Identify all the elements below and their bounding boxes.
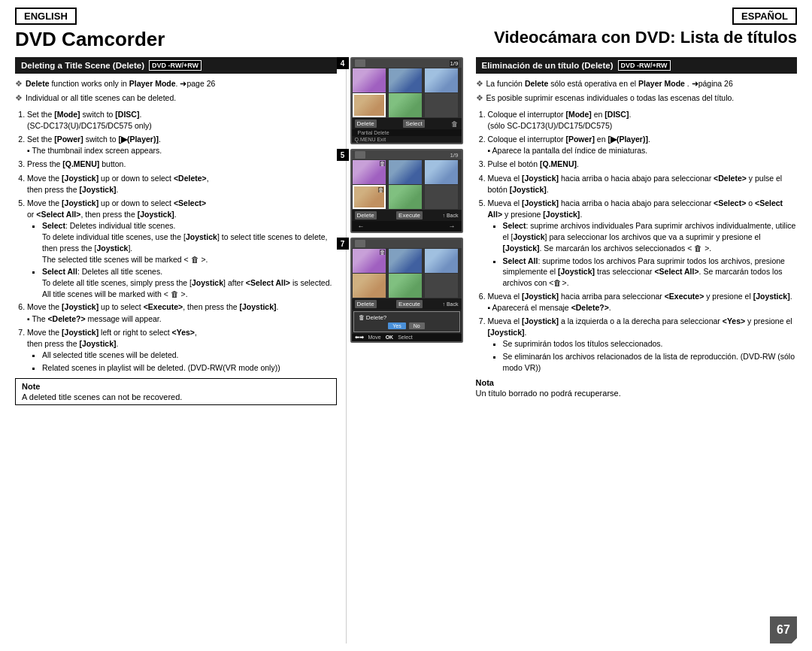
- thumb7-4: [353, 274, 386, 298]
- screen7-ok-icon: OK: [386, 335, 394, 341]
- thumb4-6: [425, 93, 458, 117]
- screen4-bar1: Delete Select 🗑: [352, 118, 462, 129]
- screen4-qmenu-label: Q.MENU Exit: [355, 137, 386, 142]
- screen7-container: 7 🗑 D: [350, 238, 463, 343]
- screen7-dialog-title: 🗑 Delete?: [359, 314, 455, 321]
- en-steps: Set the [Mode] switch to [DISC].(SC-DC17…: [15, 109, 337, 374]
- screen4-trash-icon: 🗑: [451, 120, 458, 128]
- thumb7-6: [425, 274, 458, 298]
- screen4-partial-del: Partial Delete: [355, 130, 389, 135]
- screen7-move-icon: ⬅➡: [355, 335, 364, 341]
- screen7-top: [352, 239, 462, 248]
- title-row: DVD Camcorder Videocámara con DVD: Lista…: [15, 28, 797, 51]
- section-header-en: Deleting a Title Scene (Delete) DVD -RW/…: [15, 57, 337, 74]
- step7-number: 7: [337, 238, 349, 250]
- screen7-bar1: Delete Execute ↑ Back: [352, 298, 462, 310]
- screen5-execute-btn: Execute: [396, 211, 423, 220]
- center-images: 4 1/9 Delete: [347, 57, 467, 643]
- thumb5-5: [389, 185, 422, 209]
- header: ENGLISH ESPAÑOL: [15, 8, 797, 25]
- screen5-bar1: Delete Execute ↑ Back: [352, 210, 462, 221]
- col-right: Eliminación de un título (Delete) DVD -R…: [467, 57, 798, 643]
- es-steps: Coloque el interruptor [Mode] en [DISC].…: [476, 109, 798, 374]
- lang-badge-en: ENGLISH: [15, 8, 77, 25]
- dvd-badge-text-en: DVD -RW/+RW: [152, 62, 198, 69]
- thumb5-4: 🗑: [353, 185, 386, 209]
- thumb4-5: [389, 93, 422, 117]
- thumb4-2: [389, 68, 422, 92]
- screen7-nav: ⬅➡ Move OK Select: [352, 334, 462, 341]
- section-header-es: Eliminación de un título (Delete) DVD -R…: [476, 57, 798, 74]
- nota-title-es: Nota: [476, 378, 798, 387]
- col-left: Deleting a Title Scene (Delete) DVD -RW/…: [15, 57, 347, 643]
- screen5-left-arrow: ←: [358, 223, 365, 230]
- thumb5-1: 🗑: [353, 160, 386, 184]
- en-bullet1-bold: Delete: [26, 79, 50, 88]
- thumb4-4: [353, 93, 386, 117]
- screen5-back-btn: ↑ Back: [442, 213, 458, 218]
- thumb7-3: [425, 249, 458, 273]
- step4-number: 4: [337, 57, 349, 69]
- screen4-page: 1/9: [450, 60, 458, 67]
- screen7-delete-btn: Delete: [355, 300, 377, 308]
- screen7-ok-label: Select: [398, 335, 412, 341]
- thumb7-2: [389, 249, 422, 273]
- es-bullets: ❖La función Delete sólo está operativa e…: [476, 78, 798, 104]
- dvd-badge-text-es: DVD -RW/+RW: [621, 62, 668, 69]
- nota-text-es: Un título borrado no podrá recuperarse.: [476, 389, 798, 398]
- note-text-en: A deleted title scenes can not be recove…: [22, 392, 330, 401]
- screen4-box: 1/9 Delete Select 🗑: [350, 57, 463, 144]
- screen5-page: 1/9: [450, 152, 458, 159]
- screen7-grid: 🗑: [352, 248, 462, 298]
- thumb5-1-mark: 🗑: [380, 161, 385, 166]
- screen4-delete-btn: Delete: [355, 120, 377, 128]
- screen5-top: 1/9: [352, 150, 462, 159]
- screen4-grid: [352, 68, 462, 118]
- screen5-container: 5 1/9 🗑 🗑: [350, 149, 463, 233]
- screen7-back-btn: ↑ Back: [442, 301, 458, 307]
- main-title-es: Videocámara con DVD: Lista de títulos: [406, 28, 797, 51]
- screen4-container: 4 1/9 Delete: [350, 57, 463, 144]
- thumb7-1: 🗑: [353, 249, 386, 273]
- screen5-grid: 🗑 🗑: [352, 159, 462, 210]
- section-title-es: Eliminación de un título (Delete): [482, 61, 614, 70]
- thumb5-6: [425, 185, 458, 209]
- thumb7-1-mark: 🗑: [380, 250, 385, 255]
- lang-badge-es: ESPAÑOL: [732, 8, 797, 25]
- screen7-camicon: [355, 240, 365, 247]
- note-box-en: Note A deleted title scenes can not be r…: [15, 378, 337, 405]
- page-container: ENGLISH ESPAÑOL DVD Camcorder Videocámar…: [0, 0, 812, 651]
- nota-section-es: Nota Un título borrado no podrá recupera…: [476, 378, 798, 398]
- thumb5-2: [389, 160, 422, 184]
- screen7-box: 🗑 Delete Execute ↑ Back: [350, 238, 463, 343]
- screen4-qmenu: Q.MENU Exit: [352, 136, 462, 143]
- screen7-dialog: 🗑 Delete? Yes No: [353, 311, 460, 332]
- screen7-move-label: Move: [368, 335, 381, 341]
- screen5-arrows: ← →: [352, 221, 462, 232]
- screen7-yes-btn[interactable]: Yes: [388, 322, 405, 329]
- thumb4-1: [353, 68, 386, 92]
- note-title-en: Note: [22, 382, 330, 391]
- screen4-select-btn: Select: [403, 120, 424, 128]
- screen5-camicon: [355, 151, 365, 159]
- section-title-en: Deleting a Title Scene (Delete): [21, 61, 144, 70]
- step5-number: 5: [337, 149, 349, 161]
- screen5-delete-btn: Delete: [355, 211, 377, 220]
- screen7-dialog-btns: Yes No: [359, 322, 455, 329]
- screen4-camicon: [355, 59, 365, 67]
- page-number-badge: 67: [770, 616, 797, 643]
- screen5-box: 1/9 🗑 🗑 De: [350, 149, 463, 233]
- screen7-no-btn[interactable]: No: [409, 322, 425, 329]
- thumb7-5: [389, 274, 422, 298]
- screen7-execute-btn: Execute: [396, 300, 423, 308]
- thumb5-4-mark: 🗑: [378, 187, 383, 192]
- thumb4-3: [425, 68, 458, 92]
- thumb5-3: [425, 160, 458, 184]
- dvd-badge-en: DVD -RW/+RW: [149, 60, 201, 71]
- main-title-en: DVD Camcorder: [15, 28, 406, 51]
- screen4-top: 1/9: [352, 59, 462, 68]
- en-bullets: ❖Delete function works only in Player Mo…: [15, 78, 337, 104]
- dvd-badge-es: DVD -RW/+RW: [618, 60, 671, 71]
- screen4-bar2: Partial Delete: [352, 129, 462, 136]
- screen5-right-arrow: →: [449, 223, 456, 230]
